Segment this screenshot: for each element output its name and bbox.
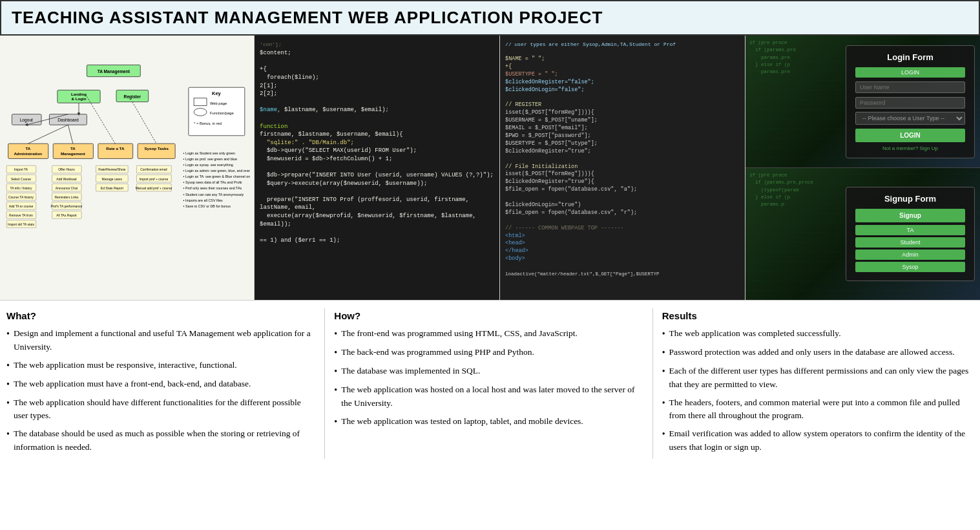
text-row: What? Design and implement a functional … [0, 301, 980, 467]
svg-text:Rate a TA: Rate a TA [106, 146, 125, 151]
svg-text:• Login as sysop. see everythi: • Login as sysop. see everything [183, 163, 233, 167]
svg-text:* = Bonus, in red: * = Bonus, in red [194, 122, 222, 125]
login-top-button[interactable]: LOGIN [855, 67, 965, 78]
svg-text:Register: Register [124, 94, 141, 100]
diagram-panel: TA Management Landing & Login Register L… [0, 36, 255, 300]
what-bullet-3: The web application must have a front-en… [14, 377, 251, 390]
what-item-1: Design and implement a functional and us… [6, 327, 315, 354]
svg-text:All TAs Report: All TAs Report [56, 214, 77, 217]
signup-form-card: Signup Form Signup TA Student Admin Syso… [846, 187, 975, 281]
admin-type-button[interactable]: Admin [855, 249, 965, 260]
svg-text:• Sysop sees data of all TAs a: • Sysop sees data of all TAs and Profs [183, 180, 242, 184]
svg-text:TA Management: TA Management [98, 69, 130, 74]
what-bullet-5: The database should be used as much as p… [14, 427, 315, 454]
login-code-overlay: if (pre proce if (params.pre params.pre … [749, 39, 796, 76]
what-item-5: The database should be used as much as p… [6, 427, 315, 454]
svg-text:Sysop Tasks: Sysop Tasks [144, 146, 169, 151]
svg-text:Manage users: Manage users [102, 178, 123, 181]
how-item-2: The back-end was programmed using PHP an… [334, 346, 643, 359]
results-item-4: The headers, footers, and common materia… [662, 396, 971, 423]
svg-text:• Login as Student see only gr: • Login as Student see only green [183, 151, 235, 155]
how-bullet-2: The back-end was programmed using PHP an… [341, 346, 534, 359]
how-heading: How? [334, 308, 643, 323]
ui-panel: if (pre proce if (params.pre params.pre … [745, 36, 980, 300]
results-bullet-1: The web application was completed succes… [669, 327, 841, 340]
code-panel-left: 'con']; $content; +{ foreach($line); 2[1… [255, 36, 500, 300]
svg-text:Add TA to course: Add TA to course [9, 205, 34, 208]
svg-text:Ed Stats Report: Ed Stats Report [101, 187, 124, 190]
how-list: The front-end was programmed using HTML,… [334, 327, 643, 429]
svg-text:Manual add prof + course: Manual add prof + course [136, 187, 172, 190]
svg-text:Select Course: Select Course [11, 178, 31, 181]
svg-text:Landing: Landing [71, 92, 87, 96]
what-bullet-2: The web application must be responsive, … [14, 359, 237, 372]
results-bullet-5: Email verification was added to allow sy… [669, 427, 971, 454]
results-item-1: The web application was completed succes… [662, 327, 971, 341]
svg-text:Confirmation email: Confirmation email [140, 168, 167, 171]
svg-text:Administration: Administration [14, 151, 42, 156]
what-list: Design and implement a functional and us… [6, 327, 315, 454]
diagram-svg: TA Management Landing & Login Register L… [4, 39, 250, 296]
svg-text:Web page: Web page [210, 101, 227, 105]
results-item-5: Email verification was added to allow sy… [662, 427, 971, 454]
svg-text:Import old TA stats: Import old TA stats [8, 223, 34, 226]
ta-type-button[interactable]: TA [855, 225, 965, 235]
results-bullet-4: The headers, footers, and common materia… [669, 396, 971, 423]
images-row: TA Management Landing & Login Register L… [0, 36, 980, 301]
not-member-text: Not a member? Sign Up [855, 145, 965, 151]
svg-text:Key: Key [212, 90, 222, 96]
svg-text:Course TA history: Course TA history [8, 196, 34, 199]
svg-text:TA: TA [25, 146, 30, 151]
login-form-title: Login Form [855, 52, 965, 62]
sysop-type-button[interactable]: Sysop [855, 262, 965, 272]
what-item-4: The web application should have differen… [6, 396, 315, 423]
results-col: Results The web application was complete… [653, 308, 980, 459]
svg-text:TA: TA [70, 146, 76, 151]
how-col: How? The front-end was programmed using … [325, 308, 652, 459]
login-button[interactable]: LOGIN [855, 129, 965, 142]
login-form-card: Login Form LOGIN -- Please choose a User… [846, 45, 975, 158]
page-title: TEACHING ASSISTANT MANAGEMENT WEB APPLIC… [0, 0, 980, 36]
how-bullet-5: The web application was tested on laptop… [341, 415, 583, 428]
what-heading: What? [6, 308, 315, 323]
results-item-3: Each of the different user types has dif… [662, 365, 971, 391]
login-half: if (pre proce if (params.pre params.pre … [745, 36, 980, 168]
code-panel-right: // user types are either Sysop,Admin,TA,… [500, 36, 745, 300]
svg-rect-68 [194, 98, 207, 106]
user-type-select[interactable]: -- Please choose a User Type -- [855, 112, 965, 125]
username-input[interactable] [855, 81, 965, 93]
svg-text:• Imports are all CSV files: • Imports are all CSV files [183, 198, 223, 202]
signup-half: if (pre proce if (params.pre_proce (type… [745, 168, 980, 300]
how-bullet-3: The database was implemented in SQL. [341, 365, 480, 377]
svg-text:• Prof only sees their courses: • Prof only sees their courses and TAs [183, 186, 242, 190]
how-item-4: The web application was hosted on a loca… [334, 383, 643, 410]
signup-code-overlay: if (pre proce if (params.pre_proce (type… [749, 172, 813, 208]
what-item-3: The web application must have a front-en… [6, 377, 315, 391]
svg-text:Offer Hours: Offer Hours [58, 168, 75, 171]
svg-text:Remove TA from: Remove TA from [9, 214, 33, 217]
svg-text:Rate/Review/Show: Rate/Review/Show [98, 168, 125, 171]
svg-text:Import TA: Import TA [14, 168, 28, 171]
how-item-3: The database was implemented in SQL. [334, 365, 643, 378]
how-bullet-4: The web application was hosted on a loca… [341, 383, 643, 410]
svg-point-70 [194, 109, 207, 116]
signup-button[interactable]: Signup [855, 209, 965, 222]
how-bullet-1: The front-end was programmed using HTML,… [341, 327, 578, 340]
what-bullet-4: The web application should have differen… [14, 396, 315, 423]
svg-text:Add Workload: Add Workload [56, 178, 76, 181]
results-bullet-2: Password protection was added and only u… [669, 346, 955, 359]
signup-form-title: Signup Form [855, 194, 965, 204]
password-input[interactable] [855, 97, 965, 109]
svg-text:TA info / history: TA info / history [10, 187, 32, 190]
results-heading: Results [662, 308, 971, 323]
svg-text:• Login as prof. see green and: • Login as prof. see green and blue [183, 157, 237, 161]
signup-link[interactable]: Sign Up [919, 145, 937, 151]
svg-text:Management: Management [61, 151, 85, 156]
svg-text:Import prof + course: Import prof + course [140, 178, 169, 181]
svg-text:Logout: Logout [20, 118, 33, 123]
student-type-button[interactable]: Student [855, 237, 965, 248]
svg-text:• Login as admin: see green, b: • Login as admin: see green, blue, and o… [183, 169, 251, 173]
svg-text:• Student can rate any TA anon: • Student can rate any TA anonymously [183, 193, 244, 196]
svg-text:Dashboard: Dashboard [57, 118, 79, 122]
svg-text:Reminders Links: Reminders Links [54, 196, 79, 199]
